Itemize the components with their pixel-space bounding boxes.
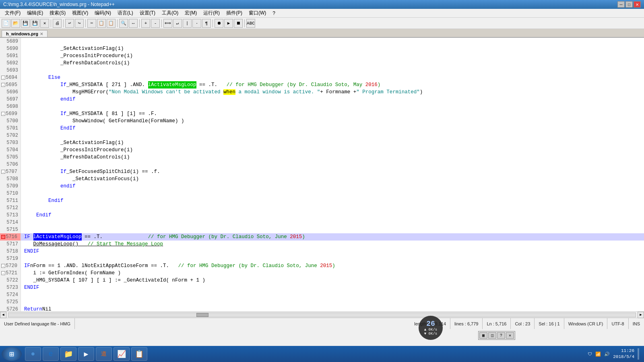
toolbar-sep7	[213, 19, 213, 27]
linenum-5691: 5691	[0, 52, 21, 60]
close-button[interactable]: ✕	[634, 1, 641, 8]
sync-scroll-button[interactable]: ⟺	[163, 19, 172, 28]
toolbar-sep8	[244, 19, 245, 27]
taskbar-ie[interactable]: e	[43, 347, 59, 361]
scroll-left-button[interactable]: ◀	[0, 312, 6, 318]
fold-5720[interactable]: -	[1, 264, 5, 268]
linenum-5724: 5724	[0, 291, 21, 298]
code-line-5722: _HMG_SYSDATA [ 107 ] [ i ] := _GenActiva…	[21, 277, 644, 284]
fold-5721[interactable]: -	[1, 271, 5, 275]
undo-button[interactable]: ↩	[65, 19, 74, 28]
minimize-button[interactable]: ─	[617, 1, 625, 8]
fold-5694[interactable]: -	[1, 76, 5, 80]
mini-btn-1[interactable]: ▦	[479, 332, 487, 339]
menu-edit[interactable]: 编辑(E)	[24, 9, 46, 17]
play-macro-button[interactable]: ▶	[224, 19, 233, 28]
menu-language[interactable]: 语言(L)	[114, 9, 136, 17]
code-line-5696: MsgHMGError("Non Modal Windows can't be …	[21, 88, 644, 96]
code-line-5719	[21, 255, 644, 262]
scroll-thumb[interactable]	[196, 313, 208, 317]
net-down-icon: ▼ 0K/s	[424, 332, 437, 336]
menu-encoding[interactable]: 编码(N)	[91, 9, 114, 17]
tabbar: h_windows.prg ✕	[0, 29, 644, 38]
taskbar-chrome[interactable]: ●	[25, 347, 41, 361]
scroll-right-button[interactable]: ▶	[638, 312, 644, 318]
menu-search[interactable]: 搜索(S)	[46, 9, 69, 17]
taskbar-files[interactable]: 📋	[131, 347, 147, 361]
code-line-5695: If _HMG_SYSDATA [ 271 ] .AND. lActivateM…	[21, 81, 644, 88]
paste-button[interactable]: 📋	[107, 19, 116, 28]
replace-button[interactable]: ↔	[129, 19, 138, 28]
tab-close-icon[interactable]: ✕	[40, 32, 43, 36]
menu-settings[interactable]: 设置(T)	[136, 9, 159, 17]
horizontal-scrollbar[interactable]: ◀ ▶	[0, 311, 644, 318]
find-button[interactable]: 🔍	[119, 19, 128, 28]
save-button[interactable]: 💾	[21, 19, 30, 28]
linenum-5700: 5700	[0, 117, 21, 125]
cut-button[interactable]: ✂	[87, 19, 96, 28]
menu-macro[interactable]: 宏(M)	[182, 9, 200, 17]
mini-btn-2[interactable]: ◫	[488, 332, 496, 339]
print-button[interactable]: 🖨	[53, 19, 62, 28]
code-line-5699: If _HMG_SYSDATA [ 81 ] [i] == .F.	[21, 110, 644, 117]
code-line-5709: endif	[21, 183, 644, 190]
linenum-5715: 5715	[0, 226, 21, 233]
code-line-5715	[21, 226, 644, 233]
eol-button[interactable]: ¶	[202, 19, 211, 28]
close-button2[interactable]: ✕	[40, 19, 49, 28]
linenum-5726: 5726	[0, 306, 21, 311]
stop-macro-button[interactable]: ⏹	[234, 19, 243, 28]
linenum-5722: 5722	[0, 277, 21, 284]
indent-guide-button[interactable]: |	[183, 19, 192, 28]
zoom-out-button[interactable]: -	[151, 19, 160, 28]
spellcheck-button[interactable]: ABC	[246, 19, 255, 28]
code-line-5701: EndIf	[21, 125, 644, 132]
redo-button[interactable]: ↪	[75, 19, 84, 28]
open-button[interactable]: 📂	[11, 19, 20, 28]
mini-btn-help[interactable]: ?	[497, 332, 505, 339]
menu-run[interactable]: 运行(R)	[200, 9, 223, 17]
fold-5699[interactable]: -	[1, 112, 5, 116]
taskbar-show-desktop[interactable]	[638, 348, 639, 360]
record-macro-button[interactable]: ⏺	[215, 19, 223, 28]
code-line-5705: _RefreshDataControls(i)	[21, 154, 644, 161]
new-button[interactable]: 📄	[2, 19, 10, 28]
fold-5695[interactable]: -	[1, 83, 5, 87]
taskbar-time[interactable]: 11:26 2018/5/4	[613, 348, 634, 360]
taskbar-tao[interactable]: 道	[96, 347, 112, 361]
word-wrap-button[interactable]: ↵	[173, 19, 182, 28]
taskbar-explorer[interactable]: 📁	[60, 347, 76, 361]
fold-5716[interactable]: -	[1, 235, 5, 239]
menu-help[interactable]: ?	[269, 10, 279, 17]
linenum-5702: 5702	[0, 132, 21, 139]
menu-file[interactable]: 文件(F)	[2, 9, 24, 17]
code-line-5718: ENDIF	[21, 248, 644, 255]
start-button[interactable]: ⊞	[2, 347, 22, 361]
menu-window[interactable]: 窗口(W)	[246, 9, 269, 17]
fold-5707[interactable]: -	[1, 170, 5, 174]
linenum-5699: 5699-	[0, 110, 21, 117]
whitespace-button[interactable]: ·	[192, 19, 201, 28]
code-line-5692: _RefreshDataControls(i)	[21, 60, 644, 67]
code-area[interactable]: _SetActivationFlag(i) _ProcessInitProced…	[21, 38, 644, 311]
taskbar-volume-icon: 🔊	[604, 352, 610, 357]
menubar: 文件(F) 编辑(E) 搜索(S) 视图(V) 编码(N) 语言(L) 设置(T…	[0, 9, 644, 18]
zoom-in-button[interactable]: +	[141, 19, 150, 28]
menu-view[interactable]: 视图(V)	[69, 9, 91, 17]
menu-tools[interactable]: 工具(O)	[159, 9, 182, 17]
code-line-5703: _SetActivationFlag(i)	[21, 139, 644, 146]
copy-button[interactable]: 📋	[97, 19, 106, 28]
menu-plugins[interactable]: 插件(P)	[223, 9, 246, 17]
tab-h-windows[interactable]: h_windows.prg ✕	[2, 30, 47, 37]
linenum-5704: 5704	[0, 146, 21, 154]
taskbar-chart[interactable]: 📈	[114, 347, 130, 361]
code-line-5707: If _SetFocusedSplitChild(i) == .f.	[21, 168, 644, 175]
linenum-5711: 5711	[0, 197, 21, 204]
taskbar-media[interactable]: ▶	[78, 347, 94, 361]
save-all-button[interactable]: 💾	[31, 19, 39, 28]
statusbar: User Defined language file - HMG length …	[0, 318, 644, 329]
mini-btn-close[interactable]: ✕	[506, 332, 514, 339]
maximize-button[interactable]: □	[625, 1, 633, 8]
status-ln: Ln : 5,716	[483, 318, 511, 329]
code-line-5706	[21, 161, 644, 168]
